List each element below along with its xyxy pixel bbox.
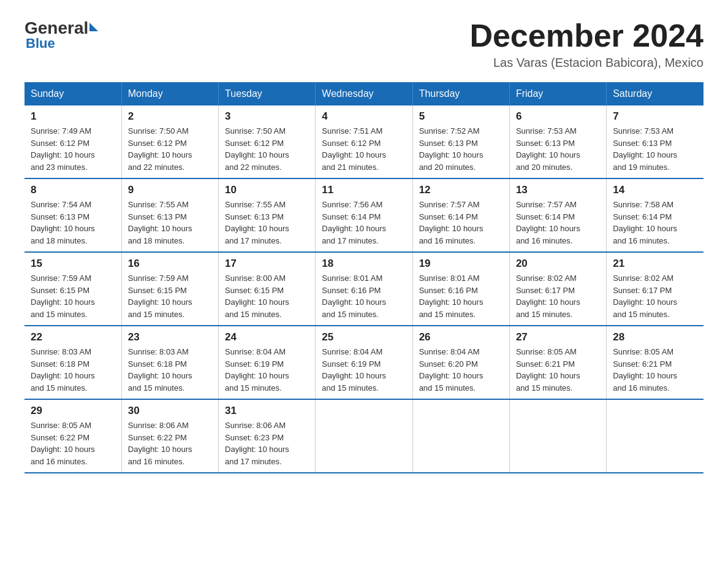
- day-number: 26: [419, 331, 503, 343]
- day-info: Sunrise: 8:04 AMSunset: 6:19 PMDaylight:…: [322, 346, 406, 394]
- day-info: Sunrise: 8:01 AMSunset: 6:16 PMDaylight:…: [322, 272, 406, 320]
- day-info: Sunrise: 7:55 AMSunset: 6:13 PMDaylight:…: [225, 199, 309, 247]
- day-number: 1: [31, 110, 115, 123]
- calendar-cell: 24Sunrise: 8:04 AMSunset: 6:19 PMDayligh…: [219, 326, 316, 399]
- day-info: Sunrise: 7:52 AMSunset: 6:13 PMDaylight:…: [419, 125, 503, 173]
- day-info: Sunrise: 8:05 AMSunset: 6:21 PMDaylight:…: [613, 346, 697, 394]
- day-number: 24: [225, 331, 309, 343]
- day-number: 3: [225, 110, 309, 123]
- day-info: Sunrise: 7:57 AMSunset: 6:14 PMDaylight:…: [419, 199, 503, 247]
- calendar-cell: 21Sunrise: 8:02 AMSunset: 6:17 PMDayligh…: [607, 252, 703, 326]
- page-header: General Blue December 2024 Las Varas (Es…: [25, 18, 703, 70]
- day-info: Sunrise: 7:57 AMSunset: 6:14 PMDaylight:…: [516, 199, 600, 247]
- day-info: Sunrise: 8:01 AMSunset: 6:16 PMDaylight:…: [419, 272, 503, 320]
- header-thursday: Thursday: [412, 82, 509, 105]
- calendar-cell: 2Sunrise: 7:50 AMSunset: 6:12 PMDaylight…: [121, 105, 218, 178]
- day-info: Sunrise: 8:03 AMSunset: 6:18 PMDaylight:…: [128, 346, 212, 394]
- calendar-cell: 27Sunrise: 8:05 AMSunset: 6:21 PMDayligh…: [509, 326, 606, 399]
- day-number: 12: [419, 184, 503, 196]
- calendar-cell: 10Sunrise: 7:55 AMSunset: 6:13 PMDayligh…: [219, 178, 316, 252]
- calendar-cell: 3Sunrise: 7:50 AMSunset: 6:12 PMDaylight…: [219, 105, 316, 178]
- day-info: Sunrise: 8:05 AMSunset: 6:22 PMDaylight:…: [31, 419, 115, 467]
- calendar-cell: 30Sunrise: 8:06 AMSunset: 6:22 PMDayligh…: [121, 399, 218, 473]
- day-number: 13: [516, 184, 600, 196]
- day-info: Sunrise: 7:49 AMSunset: 6:12 PMDaylight:…: [31, 125, 115, 173]
- day-number: 4: [322, 110, 406, 123]
- month-title: December 2024: [469, 18, 703, 53]
- day-info: Sunrise: 7:59 AMSunset: 6:15 PMDaylight:…: [128, 272, 212, 320]
- calendar-cell: [509, 399, 606, 473]
- calendar-header-row: SundayMondayTuesdayWednesdayThursdayFrid…: [25, 82, 703, 105]
- logo: General Blue: [25, 18, 98, 52]
- day-info: Sunrise: 7:53 AMSunset: 6:13 PMDaylight:…: [613, 125, 697, 173]
- day-info: Sunrise: 8:04 AMSunset: 6:20 PMDaylight:…: [419, 346, 503, 394]
- calendar-cell: 17Sunrise: 8:00 AMSunset: 6:15 PMDayligh…: [219, 252, 316, 326]
- calendar-cell: 26Sunrise: 8:04 AMSunset: 6:20 PMDayligh…: [412, 326, 509, 399]
- day-number: 20: [516, 258, 600, 270]
- day-number: 15: [31, 258, 115, 270]
- calendar-cell: [316, 399, 412, 473]
- calendar-week-row: 22Sunrise: 8:03 AMSunset: 6:18 PMDayligh…: [25, 326, 703, 399]
- calendar-week-row: 29Sunrise: 8:05 AMSunset: 6:22 PMDayligh…: [25, 399, 703, 473]
- calendar-cell: 23Sunrise: 8:03 AMSunset: 6:18 PMDayligh…: [121, 326, 218, 399]
- calendar-cell: 13Sunrise: 7:57 AMSunset: 6:14 PMDayligh…: [509, 178, 606, 252]
- day-info: Sunrise: 8:02 AMSunset: 6:17 PMDaylight:…: [516, 272, 600, 320]
- calendar-cell: 14Sunrise: 7:58 AMSunset: 6:14 PMDayligh…: [607, 178, 703, 252]
- day-info: Sunrise: 8:02 AMSunset: 6:17 PMDaylight:…: [613, 272, 697, 320]
- day-number: 30: [128, 405, 212, 417]
- day-info: Sunrise: 7:56 AMSunset: 6:14 PMDaylight:…: [322, 199, 406, 247]
- day-info: Sunrise: 8:04 AMSunset: 6:19 PMDaylight:…: [225, 346, 309, 394]
- calendar-cell: 20Sunrise: 8:02 AMSunset: 6:17 PMDayligh…: [509, 252, 606, 326]
- calendar-cell: 22Sunrise: 8:03 AMSunset: 6:18 PMDayligh…: [25, 326, 121, 399]
- calendar-cell: 16Sunrise: 7:59 AMSunset: 6:15 PMDayligh…: [121, 252, 218, 326]
- calendar-cell: 4Sunrise: 7:51 AMSunset: 6:12 PMDaylight…: [316, 105, 412, 178]
- calendar-table: SundayMondayTuesdayWednesdayThursdayFrid…: [25, 82, 703, 473]
- day-number: 9: [128, 184, 212, 196]
- calendar-cell: 29Sunrise: 8:05 AMSunset: 6:22 PMDayligh…: [25, 399, 121, 473]
- calendar-cell: 25Sunrise: 8:04 AMSunset: 6:19 PMDayligh…: [316, 326, 412, 399]
- day-number: 22: [31, 331, 115, 343]
- header-saturday: Saturday: [607, 82, 703, 105]
- day-number: 2: [128, 110, 212, 123]
- day-number: 5: [419, 110, 503, 123]
- calendar-cell: 12Sunrise: 7:57 AMSunset: 6:14 PMDayligh…: [412, 178, 509, 252]
- day-number: 6: [516, 110, 600, 123]
- day-number: 14: [613, 184, 697, 196]
- header-monday: Monday: [121, 82, 218, 105]
- header-friday: Friday: [509, 82, 606, 105]
- calendar-cell: 15Sunrise: 7:59 AMSunset: 6:15 PMDayligh…: [25, 252, 121, 326]
- calendar-cell: 11Sunrise: 7:56 AMSunset: 6:14 PMDayligh…: [316, 178, 412, 252]
- day-number: 10: [225, 184, 309, 196]
- day-number: 18: [322, 258, 406, 270]
- day-info: Sunrise: 7:50 AMSunset: 6:12 PMDaylight:…: [225, 125, 309, 173]
- day-info: Sunrise: 7:58 AMSunset: 6:14 PMDaylight:…: [613, 199, 697, 247]
- day-number: 27: [516, 331, 600, 343]
- day-number: 17: [225, 258, 309, 270]
- day-number: 29: [31, 405, 115, 417]
- logo-blue-text: Blue: [26, 36, 55, 52]
- day-info: Sunrise: 7:51 AMSunset: 6:12 PMDaylight:…: [322, 125, 406, 173]
- day-number: 11: [322, 184, 406, 196]
- day-number: 28: [613, 331, 697, 343]
- day-number: 31: [225, 405, 309, 417]
- calendar-cell: 6Sunrise: 7:53 AMSunset: 6:13 PMDaylight…: [509, 105, 606, 178]
- calendar-cell: [607, 399, 703, 473]
- calendar-cell: 31Sunrise: 8:06 AMSunset: 6:23 PMDayligh…: [219, 399, 316, 473]
- header-tuesday: Tuesday: [219, 82, 316, 105]
- day-number: 16: [128, 258, 212, 270]
- day-info: Sunrise: 7:50 AMSunset: 6:12 PMDaylight:…: [128, 125, 212, 173]
- day-info: Sunrise: 8:06 AMSunset: 6:23 PMDaylight:…: [225, 419, 309, 467]
- day-number: 7: [613, 110, 697, 123]
- day-number: 21: [613, 258, 697, 270]
- calendar-cell: 8Sunrise: 7:54 AMSunset: 6:13 PMDaylight…: [25, 178, 121, 252]
- calendar-cell: 5Sunrise: 7:52 AMSunset: 6:13 PMDaylight…: [412, 105, 509, 178]
- calendar-cell: [412, 399, 509, 473]
- calendar-cell: 9Sunrise: 7:55 AMSunset: 6:13 PMDaylight…: [121, 178, 218, 252]
- day-info: Sunrise: 7:55 AMSunset: 6:13 PMDaylight:…: [128, 199, 212, 247]
- day-number: 8: [31, 184, 115, 196]
- day-info: Sunrise: 7:53 AMSunset: 6:13 PMDaylight:…: [516, 125, 600, 173]
- calendar-cell: 7Sunrise: 7:53 AMSunset: 6:13 PMDaylight…: [607, 105, 703, 178]
- calendar-cell: 18Sunrise: 8:01 AMSunset: 6:16 PMDayligh…: [316, 252, 412, 326]
- calendar-week-row: 15Sunrise: 7:59 AMSunset: 6:15 PMDayligh…: [25, 252, 703, 326]
- calendar-cell: 19Sunrise: 8:01 AMSunset: 6:16 PMDayligh…: [412, 252, 509, 326]
